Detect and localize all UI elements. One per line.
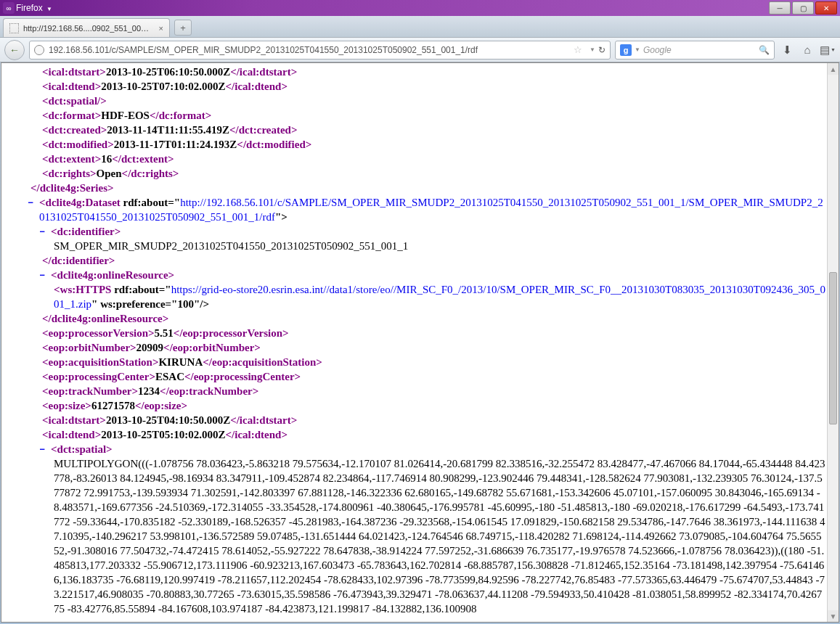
tab-active[interactable]: http://192.168.56....0902_551_001_1/rdf … — [3, 18, 170, 37]
bookmark-star-icon[interactable]: ☆ — [574, 44, 582, 55]
downloads-button[interactable]: ⬇ — [779, 42, 795, 58]
xml-identifier-value: SM_OPER_MIR_SMUDP2_20131025T041550_20131… — [10, 239, 827, 253]
bookmarks-menu-button[interactable]: ▤▼ — [820, 42, 836, 58]
xml-line: <eop:orbitNumber>20909</eop:orbitNumber> — [10, 340, 827, 355]
arrow-left-icon: ← — [9, 44, 20, 56]
xml-line: <ical:dtstart>2013-10-25T04:10:50.000Z</… — [10, 413, 827, 427]
tab-close-icon[interactable]: × — [159, 24, 163, 33]
reload-icon[interactable]: ↻ — [598, 45, 605, 55]
google-icon: g — [620, 44, 632, 56]
collapse-toggle[interactable]: − — [30, 195, 39, 210]
xml-line: <eop:acquisitionStation>KIRUNA</eop:acqu… — [10, 355, 827, 369]
search-bar[interactable]: g ▼ Google 🔍 — [615, 41, 775, 59]
xml-line: <ical:dtend>2013-10-25T07:10:02.000Z</ic… — [10, 79, 827, 94]
chevron-down-icon: ▼ — [46, 6, 52, 12]
chevron-down-icon[interactable]: ▼ — [590, 46, 595, 53]
xml-line: </dclite4g:Series> — [10, 181, 827, 195]
vertical-scrollbar[interactable]: ▲ ▼ — [827, 63, 839, 622]
xml-line: <dct:spatial/> — [10, 94, 827, 108]
firefox-icon: ∞ — [3, 2, 15, 14]
download-icon: ⬇ — [783, 44, 792, 57]
window-titlebar: ∞ Firefox ▼ ─ ▢ ✕ — [0, 0, 840, 16]
home-button[interactable]: ⌂ — [799, 42, 815, 58]
minimize-button[interactable]: ─ — [769, 1, 791, 15]
chevron-down-icon: ▼ — [831, 47, 836, 52]
xml-line: <ical:dtend>2013-10-25T05:10:02.000Z</ic… — [10, 427, 827, 442]
back-button[interactable]: ← — [4, 40, 25, 60]
xml-line: <dc:rights>Open</dc:rights> — [10, 166, 827, 181]
multipolygon-text: MULTIPOLYGON(((-1.078756 78.036423,-5.86… — [10, 456, 827, 616]
app-name-label: Firefox — [16, 3, 43, 13]
maximize-button[interactable]: ▢ — [792, 1, 814, 15]
scroll-up-icon[interactable]: ▲ — [828, 63, 839, 75]
collapse-toggle[interactable]: − — [42, 224, 51, 239]
xml-line: −<dc:identifier> — [10, 224, 827, 239]
close-button[interactable]: ✕ — [815, 1, 837, 15]
tab-strip: http://192.168.56....0902_551_001_1/rdf … — [0, 16, 840, 38]
xml-line: <eop:processingCenter>ESAC</eop:processi… — [10, 369, 827, 384]
chevron-down-icon[interactable]: ▼ — [635, 46, 640, 53]
xml-line: −<dclite4g:Dataset rdf:about="http://192… — [10, 195, 827, 224]
search-icon[interactable]: 🔍 — [759, 45, 770, 55]
tab-label: http://192.168.56....0902_551_001_1/rdf — [23, 24, 153, 33]
xml-document: <ical:dtstart>2013-10-25T06:10:50.000Z</… — [1, 63, 827, 622]
collapse-toggle[interactable]: − — [42, 442, 51, 456]
xml-line: <dct:modified>2013-11-17T01:11:24.193Z</… — [10, 137, 827, 152]
url-bar[interactable]: 192.168.56.101/c/SAMPLE/SM_OPER_MIR_SMUD… — [29, 41, 611, 59]
content-viewport: <ical:dtstart>2013-10-25T06:10:50.000Z</… — [1, 62, 839, 623]
xml-line: <dct:extent>16</dct:extent> — [10, 152, 827, 166]
page-icon — [9, 23, 19, 33]
xml-line: </dclite4g:onlineResource> — [10, 311, 827, 326]
app-menu-button[interactable]: Firefox ▼ — [16, 3, 52, 13]
navigation-toolbar: ← 192.168.56.101/c/SAMPLE/SM_OPER_MIR_SM… — [0, 38, 840, 62]
scrollbar-thumb[interactable] — [829, 272, 837, 424]
xml-line: <dct:created>2013-11-14T11:11:55.419Z</d… — [10, 123, 827, 137]
xml-line: <ws:HTTPS rdf:about="https://grid-eo-sto… — [10, 282, 827, 311]
url-text: 192.168.56.101/c/SAMPLE/SM_OPER_MIR_SMUD… — [49, 45, 569, 55]
xml-line: <ical:dtstart>2013-10-25T06:10:50.000Z</… — [10, 65, 827, 79]
scroll-down-icon[interactable]: ▼ — [828, 610, 839, 622]
xml-line: −<dclite4g:onlineResource> — [10, 268, 827, 282]
collapse-toggle[interactable]: − — [42, 268, 51, 282]
new-tab-button[interactable]: + — [174, 20, 192, 36]
xml-line: <eop:size>61271578</eop:size> — [10, 398, 827, 413]
globe-icon — [34, 45, 44, 55]
home-icon: ⌂ — [804, 44, 810, 56]
xml-line: <eop:trackNumber>1234</eop:trackNumber> — [10, 384, 827, 398]
xml-line: </dc:identifier> — [10, 253, 827, 268]
bookmarks-icon: ▤ — [820, 44, 830, 57]
search-placeholder: Google — [643, 45, 759, 55]
xml-line: <eop:processorVersion>5.51</eop:processo… — [10, 326, 827, 340]
xml-line: <dc:format>HDF-EOS</dc:format> — [10, 108, 827, 123]
xml-line: −<dct:spatial> — [10, 442, 827, 456]
